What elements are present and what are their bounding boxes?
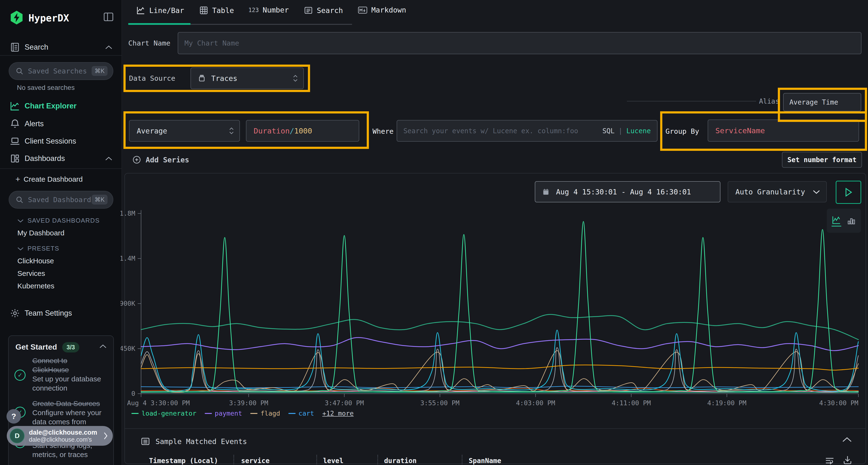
column-header-timestamp[interactable]: Timestamp (Local) — [149, 457, 218, 465]
legend-swatch — [288, 413, 296, 414]
saved-dashboards-section[interactable]: SAVED DASHBOARDS — [18, 217, 100, 224]
set-number-format-button[interactable]: Set number format — [782, 152, 862, 168]
sidebar-item-team-settings[interactable]: Team Settings — [0, 306, 122, 320]
user-menu[interactable]: D dale@clickhouse.com dale@clickhouse.co… — [7, 426, 113, 446]
legend-swatch — [250, 413, 257, 414]
tab-search[interactable]: Search — [304, 6, 343, 15]
calendar-icon — [542, 188, 550, 196]
chevron-right-icon — [103, 432, 108, 440]
sidebar-item-label: Client Sessions — [25, 137, 76, 145]
plus-icon: + — [16, 174, 20, 184]
line-chart-icon — [136, 6, 145, 15]
group-by-field[interactable]: ServiceName — [708, 120, 859, 142]
sidebar-item-client-sessions[interactable]: Client Sessions — [0, 134, 122, 148]
create-dashboard-button[interactable]: + Create Dashboard — [16, 174, 83, 184]
legend-item-payment[interactable]: payment — [205, 409, 242, 417]
sidebar-item-dashboards[interactable]: Dashboards — [0, 152, 122, 165]
sidebar-item-clickhouse[interactable]: ClickHouse — [18, 257, 54, 265]
saved-searches-placeholder: Saved Searches — [28, 67, 87, 75]
list-search-icon — [304, 6, 313, 15]
legend-item-cart[interactable]: cart — [288, 409, 314, 417]
legend-more-link[interactable]: +12 more — [322, 409, 354, 417]
column-header-spanname[interactable]: SpanName — [469, 457, 501, 465]
step1-title-line2: ClickHouse — [32, 365, 101, 374]
laptop-icon — [10, 136, 20, 146]
metric-expression-field[interactable]: Duration/1000 — [246, 120, 359, 142]
tab-table[interactable]: Table — [199, 6, 234, 15]
tab-number[interactable]: 123 Number — [248, 6, 289, 14]
123-icon: 123 — [248, 7, 259, 13]
chart-name-input[interactable] — [178, 39, 861, 47]
column-header-duration[interactable]: duration — [384, 457, 416, 465]
column-separator[interactable] — [316, 455, 317, 465]
shortcut-badge: ⌘K — [92, 195, 107, 204]
plus-circle-icon — [132, 155, 141, 164]
legend-item-flagd[interactable]: flagd — [250, 409, 280, 417]
svg-text:0: 0 — [131, 390, 135, 397]
sidebar-item-my-dashboard[interactable]: My Dashboard — [18, 229, 64, 237]
column-separator[interactable] — [234, 455, 234, 465]
avatar: D — [10, 428, 25, 443]
mode-divider: | — [618, 127, 623, 135]
help-button[interactable]: ? — [6, 409, 21, 424]
column-header-level[interactable]: level — [323, 457, 343, 465]
bell-icon — [10, 119, 20, 129]
chart-name-label: Chart Name — [128, 39, 170, 47]
download-icon[interactable] — [842, 455, 852, 465]
svg-text:3:39:00 PM: 3:39:00 PM — [229, 399, 268, 407]
column-header-service[interactable]: service — [241, 457, 270, 465]
wrap-lines-icon[interactable] — [825, 455, 835, 465]
sql-mode-toggle[interactable]: SQL — [602, 127, 615, 135]
magnifier-icon — [16, 196, 24, 204]
svg-text:4:03:00 PM: 4:03:00 PM — [516, 399, 555, 407]
saved-dashboards-input[interactable]: Saved Dashboards ⌘K — [9, 191, 113, 209]
svg-text:4:30:00 PM: 4:30:00 PM — [819, 399, 858, 407]
column-separator[interactable] — [462, 455, 462, 465]
tab-label: Number — [262, 6, 289, 14]
add-series-button[interactable]: Add Series — [132, 155, 189, 164]
step2-desc-line1: Configure where your — [32, 408, 101, 417]
saved-dashboards-placeholder: Saved Dashboards — [28, 196, 95, 204]
svg-text:4:11:00 PM: 4:11:00 PM — [612, 399, 651, 407]
tab-label: Table — [212, 6, 234, 15]
run-query-button[interactable] — [836, 181, 861, 204]
lucene-mode-toggle[interactable]: Lucene — [626, 127, 651, 135]
sidebar-item-search[interactable]: Search — [0, 40, 122, 54]
user-email: dale@clickhouse.com — [29, 429, 97, 436]
collapse-sidebar-icon[interactable] — [103, 11, 114, 23]
presets-section[interactable]: PRESETS — [18, 245, 59, 252]
svg-text:450K: 450K — [121, 345, 135, 352]
granularity-select[interactable]: Auto Granularity — [728, 181, 827, 202]
collapse-section-icon[interactable] — [842, 437, 852, 442]
step2-desc-line2: data comes from — [32, 417, 101, 427]
legend-item-load-generator[interactable]: load-generator — [131, 409, 196, 417]
sidebar-item-chart-explorer[interactable]: Chart Explorer — [0, 99, 122, 113]
data-source-select[interactable]: Traces — [190, 67, 304, 89]
chevron-up-icon[interactable] — [99, 344, 106, 348]
list-icon — [141, 437, 150, 446]
alias-field — [783, 93, 861, 111]
alias-input[interactable] — [784, 98, 861, 106]
tab-markdown[interactable]: Markdown — [358, 6, 406, 14]
sidebar-item-kubernetes[interactable]: Kubernetes — [18, 282, 54, 290]
section-label: PRESETS — [28, 245, 59, 252]
date-range-picker[interactable]: Aug 4 15:30:01 - Aug 4 16:30:01 — [535, 181, 720, 202]
metric-op-token: / — [289, 127, 294, 135]
saved-searches-input[interactable]: Saved Searches ⌘K — [9, 62, 113, 80]
sample-events-header[interactable]: Sample Matched Events — [141, 437, 247, 446]
legend-label: flagd — [260, 409, 280, 417]
aggregation-value: Average — [137, 127, 167, 135]
database-icon — [198, 74, 206, 82]
tab-line-bar[interactable]: Line/Bar — [136, 6, 184, 15]
column-separator[interactable] — [377, 455, 378, 465]
sidebar-item-services[interactable]: Services — [18, 269, 45, 277]
get-started-progress-badge: 3/3 — [62, 342, 79, 353]
chevron-down-icon — [813, 190, 820, 194]
aggregation-select[interactable]: Average — [129, 120, 240, 142]
play-icon — [844, 188, 852, 197]
svg-text:1.4M: 1.4M — [121, 255, 135, 262]
no-saved-searches-text: No saved searches — [17, 84, 75, 92]
legend-label: payment — [215, 409, 242, 417]
timeseries-chart[interactable]: 0450K900K1.4M1.8MAug 4 3:30:00 PM3:39:00… — [121, 207, 862, 409]
sidebar-item-alerts[interactable]: Alerts — [0, 117, 122, 131]
